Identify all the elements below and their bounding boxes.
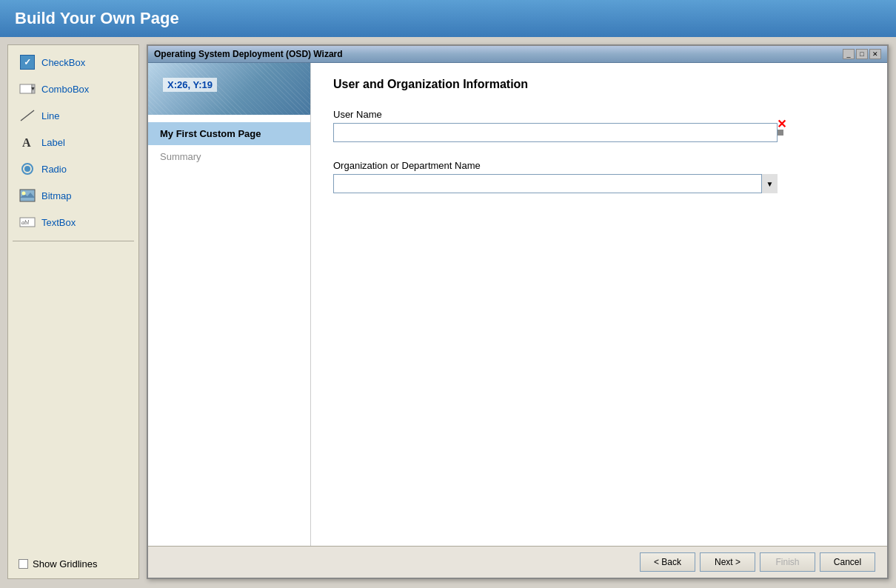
- app-title: Build Your Own Page: [15, 9, 179, 27]
- maximize-button[interactable]: □: [856, 49, 868, 59]
- wizard-content: X:26, Y:19 My First Custom Page Summary …: [148, 63, 887, 546]
- window-title: Operating System Deployment (OSD) Wizard: [154, 49, 343, 59]
- window-controls: _ □ ✕: [843, 49, 881, 59]
- label-icon: A: [19, 134, 36, 150]
- show-gridlines-container[interactable]: Show Gridlines: [13, 554, 134, 574]
- bitmap-icon: [19, 187, 36, 204]
- window-titlebar: Operating System Deployment (OSD) Wizard…: [148, 46, 887, 63]
- line-label: Line: [41, 110, 60, 121]
- toolbox: CheckBox ▼ ComboBox Line: [7, 44, 139, 579]
- app-header: Build Your Own Page: [0, 0, 896, 37]
- wizard-banner: X:26, Y:19: [148, 63, 311, 115]
- orgname-select-wrapper: ▼: [333, 174, 778, 193]
- toolbox-item-textbox[interactable]: abl TextBox: [13, 210, 134, 235]
- toolbox-item-combobox[interactable]: ▼ ComboBox: [13, 76, 134, 101]
- radio-label: Radio: [41, 164, 67, 175]
- username-group: User Name ✕: [333, 109, 865, 142]
- checkbox-label: CheckBox: [41, 57, 85, 68]
- checkbox-icon: [19, 54, 36, 70]
- svg-point-6: [24, 166, 30, 172]
- line-icon: [19, 107, 36, 124]
- orgname-select[interactable]: [333, 174, 778, 193]
- svg-line-3: [21, 110, 34, 121]
- svg-text:▼: ▼: [30, 86, 36, 91]
- combobox-label: ComboBox: [41, 84, 89, 95]
- toolbox-item-label[interactable]: A Label: [13, 130, 134, 155]
- gridlines-checkbox[interactable]: [19, 559, 28, 569]
- toolbox-item-radio[interactable]: Radio: [13, 156, 134, 181]
- textbox-label: TextBox: [41, 217, 76, 228]
- toolbox-divider: [13, 241, 134, 241]
- wizard-form: User and Organization Information User N…: [311, 63, 887, 546]
- toolbox-item-line[interactable]: Line: [13, 103, 134, 128]
- radio-icon: [19, 161, 36, 177]
- orgname-label: Organization or Department Name: [333, 160, 865, 171]
- svg-text:abl: abl: [21, 219, 30, 226]
- next-button[interactable]: Next >: [700, 552, 755, 572]
- username-input-wrapper: ✕: [333, 123, 778, 142]
- toolbox-item-bitmap[interactable]: Bitmap: [13, 183, 134, 208]
- nav-item-custom-page[interactable]: My First Custom Page: [148, 122, 310, 145]
- label-label: Label: [41, 137, 65, 148]
- main-layout: CheckBox ▼ ComboBox Line: [0, 37, 896, 587]
- finish-button[interactable]: Finish: [760, 552, 815, 572]
- username-input[interactable]: [333, 123, 778, 142]
- wizard-bottom: < Back Next > Finish Cancel: [148, 546, 887, 578]
- coords-display: X:26, Y:19: [163, 78, 217, 92]
- combobox-icon: ▼: [19, 81, 36, 97]
- wizard-nav: My First Custom Page Summary: [148, 115, 311, 546]
- close-button[interactable]: ✕: [869, 49, 881, 59]
- back-button[interactable]: < Back: [640, 552, 695, 572]
- orgname-group: Organization or Department Name ▼: [333, 160, 865, 193]
- resize-handle[interactable]: [778, 130, 783, 136]
- bitmap-label: Bitmap: [41, 190, 71, 201]
- form-title: User and Organization Information: [333, 78, 865, 91]
- toolbox-item-checkbox[interactable]: CheckBox: [13, 50, 134, 75]
- cancel-button[interactable]: Cancel: [820, 552, 875, 572]
- wizard-window: Operating System Deployment (OSD) Wizard…: [147, 44, 889, 579]
- textbox-icon: abl: [19, 214, 36, 230]
- minimize-button[interactable]: _: [843, 49, 855, 59]
- svg-point-9: [22, 192, 26, 196]
- svg-text:A: A: [22, 136, 31, 149]
- nav-item-summary[interactable]: Summary: [148, 145, 310, 168]
- gridlines-label: Show Gridlines: [33, 558, 97, 569]
